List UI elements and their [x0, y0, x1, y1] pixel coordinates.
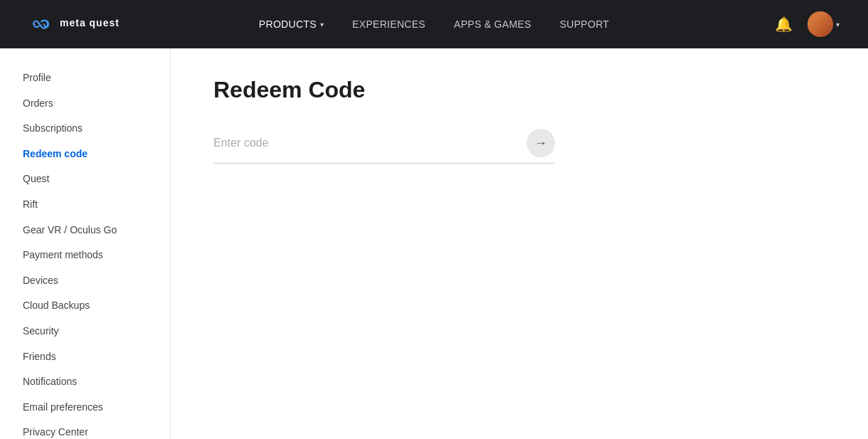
- sidebar-item-redeem-code[interactable]: Redeem code: [0, 142, 170, 167]
- user-avatar-button[interactable]: ▾: [808, 11, 840, 37]
- sidebar-item-quest[interactable]: Quest: [0, 166, 170, 192]
- bell-icon: 🔔: [775, 16, 793, 33]
- sidebar-item-gear-vr[interactable]: Gear VR / Oculus Go: [0, 218, 170, 243]
- sidebar-item-orders[interactable]: Orders: [0, 91, 170, 117]
- arrow-right-icon: →: [534, 136, 547, 151]
- sidebar-item-friends[interactable]: Friends: [0, 344, 170, 370]
- redeem-code-input[interactable]: [213, 134, 526, 152]
- logo-wordmark: meta quest: [60, 16, 145, 30]
- header: meta quest PRODUCTS ▾ EXPERIENCES APPS &…: [0, 0, 868, 48]
- main-content: Redeem Code →: [171, 48, 868, 439]
- sidebar-item-profile[interactable]: Profile: [0, 65, 170, 91]
- logo-button[interactable]: meta quest: [28, 11, 145, 37]
- redeem-form: →: [213, 129, 555, 164]
- nav-apps-games-label: APPS & GAMES: [454, 18, 531, 30]
- svg-text:meta quest: meta quest: [60, 17, 120, 28]
- sidebar-item-devices[interactable]: Devices: [0, 268, 170, 294]
- redeem-input-wrapper: →: [213, 129, 555, 164]
- svg-rect-0: [28, 11, 54, 37]
- avatar-chevron-icon: ▾: [836, 21, 840, 28]
- avatar: [808, 11, 833, 37]
- main-layout: Profile Orders Subscriptions Redeem code…: [0, 48, 868, 439]
- main-nav: PRODUCTS ▾ EXPERIENCES APPS & GAMES SUPP…: [245, 13, 623, 36]
- redeem-submit-button[interactable]: →: [526, 129, 555, 157]
- avatar-image: [808, 11, 833, 37]
- nav-item-support[interactable]: SUPPORT: [546, 13, 624, 36]
- header-left: meta quest: [28, 11, 145, 37]
- nav-item-products[interactable]: PRODUCTS ▾: [245, 13, 338, 36]
- products-chevron-icon: ▾: [320, 21, 324, 28]
- sidebar-item-security[interactable]: Security: [0, 319, 170, 344]
- meta-quest-logo-icon: [28, 11, 54, 37]
- nav-experiences-label: EXPERIENCES: [352, 18, 425, 30]
- sidebar-item-privacy-center[interactable]: Privacy Center: [0, 420, 170, 439]
- nav-products-label: PRODUCTS: [259, 18, 317, 30]
- sidebar-item-email-preferences[interactable]: Email preferences: [0, 395, 170, 421]
- sidebar: Profile Orders Subscriptions Redeem code…: [0, 48, 171, 439]
- logo-text: meta quest: [60, 16, 145, 33]
- sidebar-item-cloud-backups[interactable]: Cloud Backups: [0, 293, 170, 319]
- sidebar-item-rift[interactable]: Rift: [0, 192, 170, 218]
- header-right: 🔔 ▾: [771, 11, 840, 37]
- sidebar-item-notifications[interactable]: Notifications: [0, 369, 170, 395]
- page-title: Redeem Code: [213, 77, 825, 103]
- notifications-bell-button[interactable]: 🔔: [771, 11, 796, 37]
- nav-item-experiences[interactable]: EXPERIENCES: [338, 13, 440, 36]
- sidebar-item-payment-methods[interactable]: Payment methods: [0, 243, 170, 268]
- nav-support-label: SUPPORT: [560, 18, 610, 30]
- nav-item-apps-games[interactable]: APPS & GAMES: [440, 13, 546, 36]
- sidebar-item-subscriptions[interactable]: Subscriptions: [0, 116, 170, 142]
